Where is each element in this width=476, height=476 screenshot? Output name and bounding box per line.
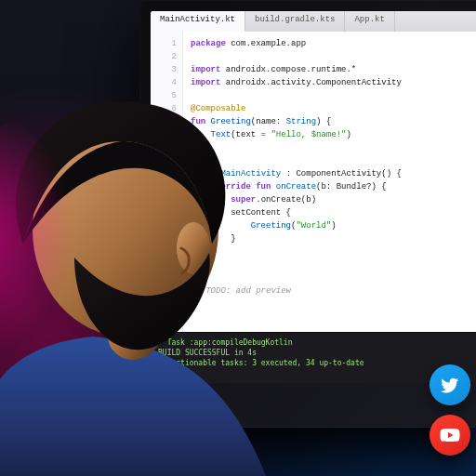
- code-line[interactable]: [191, 89, 402, 102]
- monitor: MainActivity.ktbuild.gradle.ktsApp.kt 12…: [139, 0, 476, 428]
- code-line[interactable]: class MainActivity : ComponentActivity()…: [191, 167, 402, 180]
- code-line[interactable]: super.onCreate(b): [191, 193, 402, 206]
- editor-tabbar: MainActivity.ktbuild.gradle.ktsApp.kt: [151, 11, 476, 33]
- ide-screen: MainActivity.ktbuild.gradle.ktsApp.kt 12…: [151, 11, 476, 383]
- code-line[interactable]: [191, 50, 402, 63]
- build-output-terminal[interactable]: > Task :app:compileDebugKotlin BUILD SUC…: [151, 332, 476, 383]
- code-line[interactable]: import androidx.compose.runtime.*: [191, 63, 402, 76]
- social-icon-stack: [430, 364, 470, 456]
- code-line[interactable]: }: [191, 245, 402, 258]
- line-number: 3: [151, 63, 177, 76]
- editor-tab[interactable]: build.gradle.kts: [245, 11, 345, 32]
- code-line[interactable]: setContent {: [191, 206, 402, 219]
- editor-tab[interactable]: MainActivity.kt: [151, 11, 245, 32]
- line-number: 16: [151, 232, 177, 245]
- line-number-gutter: 1234567891011121314151617181920: [151, 32, 183, 342]
- code-content[interactable]: package com.example.app import androidx.…: [183, 32, 409, 342]
- code-editor[interactable]: 1234567891011121314151617181920 package …: [151, 32, 476, 342]
- line-number: 17: [151, 245, 177, 258]
- line-number: 12: [151, 180, 177, 193]
- code-line[interactable]: import androidx.activity.ComponentActivi…: [191, 76, 402, 89]
- line-number: 1: [151, 37, 177, 50]
- code-line[interactable]: Greeting("World"): [191, 219, 402, 232]
- code-line[interactable]: @Composable: [191, 102, 402, 115]
- line-number: 11: [151, 167, 177, 180]
- line-number: 7: [151, 115, 177, 128]
- youtube-icon[interactable]: [430, 415, 470, 456]
- editor-tab[interactable]: App.kt: [345, 11, 394, 32]
- twitter-icon[interactable]: [430, 364, 470, 405]
- code-line[interactable]: fun Greeting(name: String) {: [191, 115, 402, 128]
- line-number: 5: [151, 89, 177, 102]
- code-line[interactable]: [191, 271, 402, 284]
- line-number: 19: [151, 271, 177, 284]
- scene: MainActivity.ktbuild.gradle.ktsApp.kt 12…: [0, 0, 476, 476]
- code-line[interactable]: }: [191, 141, 402, 154]
- code-line[interactable]: Text(text = "Hello, $name!"): [191, 128, 402, 141]
- line-number: 4: [151, 76, 177, 89]
- code-line[interactable]: // TODO: add preview: [191, 284, 402, 298]
- line-number: 13: [151, 193, 177, 206]
- line-number: 18: [151, 258, 177, 271]
- line-number: 9: [151, 141, 177, 154]
- line-number: 14: [151, 206, 177, 219]
- line-number: 6: [151, 102, 177, 115]
- line-number: 20: [151, 284, 177, 298]
- code-line[interactable]: package com.example.app: [191, 37, 402, 50]
- line-number: 2: [151, 50, 177, 63]
- line-number: 10: [151, 154, 177, 167]
- line-number: 8: [151, 128, 177, 141]
- code-line[interactable]: }: [191, 232, 402, 245]
- code-line[interactable]: }: [191, 258, 402, 271]
- monitor-brand-label: kotlin: [152, 399, 200, 418]
- line-number: 15: [151, 219, 177, 232]
- code-line[interactable]: [191, 154, 402, 167]
- code-line[interactable]: override fun onCreate(b: Bundle?) {: [191, 180, 402, 193]
- svg-point-2: [0, 113, 158, 411]
